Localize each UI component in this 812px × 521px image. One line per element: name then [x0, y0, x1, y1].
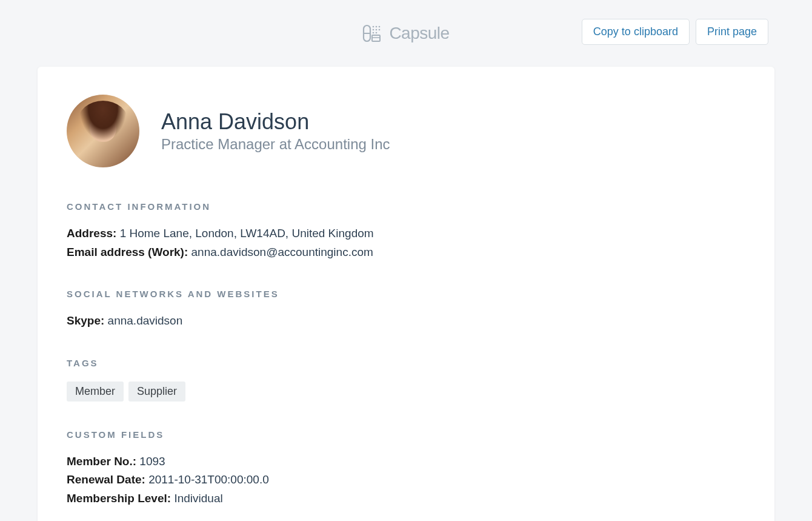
contact-card: Anna Davidson Practice Manager at Accoun…	[38, 67, 774, 521]
topbar: Capsule Copy to clipboard Print page	[0, 0, 812, 67]
person-name: Anna Davidson	[161, 109, 390, 135]
svg-point-6	[376, 29, 378, 31]
field-value: 1 Home Lane, London, LW14AD, United King…	[120, 227, 374, 240]
svg-point-2	[373, 26, 374, 28]
section-heading: TAGS	[67, 358, 745, 368]
person-subtitle: Practice Manager at Accounting Inc	[161, 136, 390, 153]
section-social-networks: SOCIAL NETWORKS AND WEBSITES Skype: anna…	[67, 289, 745, 330]
print-page-button[interactable]: Print page	[696, 19, 768, 45]
section-custom-fields: CUSTOM FIELDS Member No.: 1093 Renewal D…	[67, 429, 745, 508]
svg-point-4	[379, 26, 381, 28]
field-value: Individual	[174, 492, 222, 505]
field-address: Address: 1 Home Lane, London, LW14AD, Un…	[67, 225, 745, 243]
field-label: Renewal Date:	[67, 473, 145, 486]
field-label: Member No.:	[67, 455, 136, 468]
section-contact-information: CONTACT INFORMATION Address: 1 Home Lane…	[67, 201, 745, 261]
svg-point-9	[376, 32, 378, 34]
field-member-no: Member No.: 1093	[67, 453, 745, 471]
field-value: anna.davidson@accountinginc.com	[191, 246, 373, 258]
svg-point-3	[376, 26, 378, 28]
tags-row: Member Supplier	[67, 382, 745, 402]
copy-to-clipboard-button[interactable]: Copy to clipboard	[582, 19, 690, 45]
field-label: Membership Level:	[67, 492, 171, 505]
field-value: 2011-10-31T00:00:00.0	[148, 473, 269, 486]
field-label: Address:	[67, 227, 116, 240]
avatar	[67, 95, 139, 167]
section-heading: CONTACT INFORMATION	[67, 201, 745, 212]
person-info: Anna Davidson Practice Manager at Accoun…	[161, 109, 390, 153]
field-skype: Skype: anna.davidson	[67, 312, 745, 330]
field-value: anna.davidson	[108, 314, 183, 327]
section-heading: CUSTOM FIELDS	[67, 429, 745, 440]
section-tags: TAGS Member Supplier	[67, 358, 745, 402]
field-label: Email address (Work):	[67, 246, 188, 258]
svg-point-5	[373, 29, 374, 31]
tag: Member	[67, 382, 124, 402]
person-header: Anna Davidson Practice Manager at Accoun…	[67, 95, 745, 167]
field-email: Email address (Work): anna.davidson@acco…	[67, 244, 745, 261]
app-name: Capsule	[389, 24, 449, 43]
app-logo: Capsule	[362, 23, 449, 44]
field-renewal-date: Renewal Date: 2011-10-31T00:00:00.0	[67, 471, 745, 489]
tag: Supplier	[128, 382, 185, 402]
field-membership-level: Membership Level: Individual	[67, 490, 745, 508]
svg-point-8	[373, 32, 374, 34]
action-buttons: Copy to clipboard Print page	[582, 19, 768, 45]
svg-point-7	[379, 29, 381, 31]
svg-rect-10	[372, 35, 380, 41]
section-heading: SOCIAL NETWORKS AND WEBSITES	[67, 289, 745, 299]
field-value: 1093	[139, 455, 165, 468]
capsule-icon	[362, 23, 383, 44]
field-label: Skype:	[67, 314, 104, 327]
